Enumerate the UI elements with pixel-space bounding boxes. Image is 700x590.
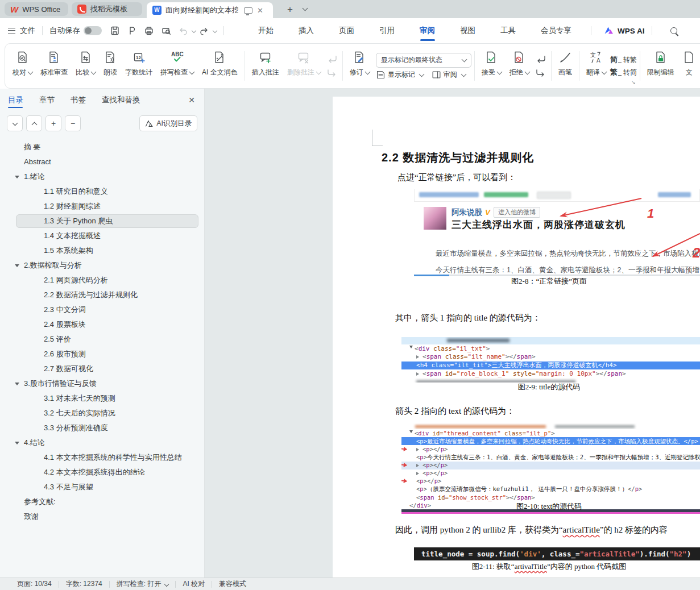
toc-item[interactable]: 2.数据榨取与分析	[0, 258, 204, 273]
toc-item[interactable]: 2.7 数据可视化	[0, 362, 204, 376]
delete-comment-button[interactable]: 删除批注	[283, 47, 325, 85]
toc-item[interactable]: 4.1 本文本挖掘系统的科学性与实用性总结	[0, 450, 204, 465]
expand-all-button[interactable]: +	[45, 115, 61, 131]
toc-item[interactable]: 1.3 关于 Python 爬虫	[0, 214, 204, 228]
enter-weibo-button[interactable]: 进入他的微博	[494, 207, 540, 218]
track-changes-button[interactable]: 修订	[346, 47, 374, 85]
print-button[interactable]	[142, 23, 156, 38]
sidebar-tab-bookmarks[interactable]: 书签	[71, 89, 86, 111]
toc-item[interactable]: 2.4 股票板块	[0, 317, 204, 332]
restrict-editing-button[interactable]: 限制编辑	[643, 47, 678, 85]
toc-item[interactable]: 参考文献:	[0, 495, 204, 509]
save-button[interactable]	[107, 23, 122, 38]
to-simplified-button[interactable]: 繁 转简	[610, 67, 637, 77]
sidebar-close-icon[interactable]: ✕	[188, 95, 195, 105]
toc-item[interactable]: Abstract	[0, 155, 204, 169]
menu-item-页面[interactable]: 页面	[339, 18, 354, 43]
next-revision-button[interactable]	[535, 68, 547, 77]
autosave-control[interactable]: 自动保存	[49, 26, 102, 36]
show-markup-button[interactable]: 显示标记	[376, 70, 424, 80]
toc-item[interactable]: 3.2 七天后的实际情况	[0, 406, 204, 421]
ai-recognize-toc-button[interactable]: AI识别目录	[139, 115, 197, 131]
search-icon[interactable]	[670, 27, 677, 34]
toc-item[interactable]: 4.结论	[0, 435, 204, 450]
reject-button[interactable]: 拒绝	[506, 47, 533, 85]
toc-item[interactable]: 2.3 中文分词	[0, 302, 204, 317]
export-pdf-button[interactable]	[125, 23, 139, 38]
toc-item[interactable]: 2.1 网页源代码分析	[0, 273, 204, 288]
sidebar-tab-toc[interactable]: 目录	[8, 89, 23, 111]
collapse-triangle-icon[interactable]	[15, 176, 19, 181]
toc-item[interactable]: 4.2 本文本挖掘系统得出的结论	[0, 465, 204, 480]
toc-item[interactable]: 2.5 评价	[0, 332, 204, 347]
toc-item[interactable]: 3.股市行情验证与反馈	[0, 376, 204, 391]
standard-review-button[interactable]: 标准审查	[36, 47, 72, 85]
toc-item[interactable]: 致谢	[0, 509, 204, 524]
toc-item[interactable]: 1.1 研究目的和意义	[0, 184, 204, 199]
monitor-icon[interactable]	[244, 7, 252, 14]
previous-revision-button[interactable]	[535, 55, 547, 64]
undo-chevron-icon[interactable]	[192, 28, 196, 33]
word-count-button[interactable]: 12 字数统计	[121, 47, 156, 85]
ai-polish-button[interactable]: AI 全文润色	[198, 47, 242, 85]
autosave-toggle[interactable]	[84, 26, 102, 35]
tab-list-chevron-icon[interactable]	[303, 6, 308, 11]
toc-item[interactable]: 4.3 不足与展望	[0, 480, 204, 495]
review-pane-button[interactable]: 审阅	[432, 70, 466, 80]
expand-prev-button[interactable]	[26, 115, 42, 131]
next-comment-button[interactable]	[326, 68, 338, 77]
markup-state-select[interactable]: 显示标记的最终状态	[376, 53, 471, 68]
ai-proofread-button[interactable]: AI 校对	[183, 579, 205, 589]
compare-button[interactable]: 比较	[72, 47, 100, 85]
expand-next-button[interactable]	[7, 115, 23, 131]
to-traditional-button[interactable]: 简 转繁	[610, 55, 637, 65]
collapse-triangle-icon[interactable]	[15, 264, 19, 269]
previous-comment-button[interactable]	[326, 55, 338, 64]
accept-button[interactable]: 接受	[478, 47, 506, 85]
sidebar-tab-find-replace[interactable]: 查找和替换	[102, 89, 140, 111]
insert-comment-button[interactable]: 插入批注	[248, 47, 283, 85]
toc-item[interactable]: 1.2 财经新闻综述	[0, 199, 204, 214]
page-indicator[interactable]: 页面: 10/34	[17, 579, 52, 589]
spell-check-button[interactable]: ABC 拼写检查	[156, 47, 198, 85]
undo-button[interactable]	[176, 23, 190, 38]
dialog-launcher-icon[interactable]: ↘	[631, 80, 636, 85]
proofread-button[interactable]: 校对	[9, 47, 36, 85]
spellcheck-indicator[interactable]: 拼写检查: 打开	[117, 579, 169, 589]
collapse-all-button[interactable]: −	[65, 115, 81, 131]
menu-item-审阅[interactable]: 审阅	[420, 18, 435, 43]
tab-wps-office[interactable]: W WPS Office	[5, 2, 68, 16]
clipped-ribbon-button[interactable]: 文	[678, 47, 700, 85]
toc-item[interactable]: 摘 要	[0, 140, 204, 155]
sidebar-tab-chapters[interactable]: 章节	[39, 89, 55, 111]
close-tab-icon[interactable]: ✕	[257, 7, 263, 14]
ink-pen-button[interactable]: 画笔	[554, 47, 576, 85]
redo-button[interactable]	[197, 23, 212, 38]
toc-item[interactable]: 2.6 股市预测	[0, 347, 204, 362]
collapse-triangle-icon[interactable]	[15, 442, 19, 447]
toc-item[interactable]: 1.4 文本挖掘概述	[0, 228, 204, 243]
toc-item[interactable]: 1.绪论	[0, 169, 204, 184]
wps-ai-button[interactable]: WPS AI	[604, 26, 645, 35]
translate-button[interactable]: 文A 翻译	[582, 47, 610, 85]
menu-item-会员专享[interactable]: 会员专享	[541, 18, 571, 43]
menu-item-插入[interactable]: 插入	[299, 18, 314, 43]
toc-item[interactable]: 2.2 数据清洗与过滤并规则化	[0, 288, 204, 302]
menu-item-视图[interactable]: 视图	[460, 18, 475, 43]
read-aloud-button[interactable]: 朗读	[100, 47, 121, 85]
document-page[interactable]: 2.2 数据清洗与过滤并规则化 点进“正常链接”后，可以看到： 阿朱说股 V 进…	[333, 97, 700, 577]
menu-item-开始[interactable]: 开始	[258, 18, 274, 43]
collapse-triangle-icon[interactable]	[15, 383, 19, 388]
toc-item[interactable]: 3.1 对未来七天的预测	[0, 391, 204, 406]
weibo-author-link[interactable]: 阿朱说股	[452, 207, 482, 218]
toc-item[interactable]: 1.5 本系统架构	[0, 243, 204, 258]
tab-document-active[interactable]: W 面向财经新闻的文本挖掘系统 ✕	[147, 2, 273, 18]
word-count-indicator[interactable]: 字数: 12374	[66, 579, 102, 589]
toc-item[interactable]: 3.3 分析预测准确度	[0, 421, 204, 435]
redo-chevron-icon[interactable]	[213, 28, 217, 33]
tab-docer-templates[interactable]: 找稻壳模板	[72, 2, 142, 16]
hamburger-menu-icon[interactable]	[8, 28, 15, 34]
menu-item-引用[interactable]: 引用	[379, 18, 395, 43]
print-preview-button[interactable]	[159, 23, 173, 38]
file-menu[interactable]: 文件	[20, 26, 35, 36]
